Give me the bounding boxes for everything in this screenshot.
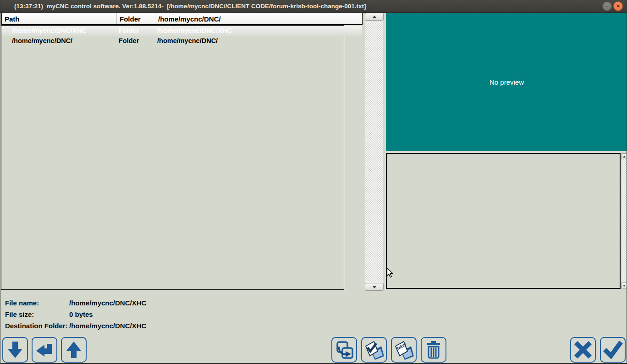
scrollbar-track[interactable] — [622, 159, 627, 283]
scroll-up-icon — [372, 16, 377, 18]
file-name-label: File name: — [5, 299, 69, 307]
file-size-value: 0 bytes — [69, 310, 93, 318]
cancel-button[interactable] — [570, 337, 596, 363]
destination-folder-label: Destination Folder: — [5, 322, 69, 330]
arrow-up-icon — [64, 340, 84, 360]
file-list: /home/mycnc/DNC/XHC Folder /home/mycnc/D… — [1, 26, 362, 46]
close-button[interactable]: ✕ — [613, 1, 623, 11]
file-info-block: File name: /home/mycnc/DNC/XHC File size… — [5, 297, 146, 331]
close-icon: ✕ — [616, 4, 620, 9]
cell-type: Folder — [116, 27, 154, 34]
column-header-current-dir[interactable]: /home/mycnc/DNC/ — [155, 13, 362, 24]
cancel-x-icon — [573, 340, 593, 360]
preview-text-area[interactable] — [386, 153, 621, 289]
window-controls: – ✕ — [602, 1, 623, 11]
scroll-up-icon — [623, 156, 626, 158]
cell-type: Folder — [116, 37, 154, 44]
mycnc-file-dialog-window: (13:37:21) myCNC control software. Ver:1… — [0, 0, 627, 364]
scroll-down-icon — [372, 286, 377, 288]
minimize-button[interactable]: – — [602, 1, 612, 11]
delete-button[interactable] — [421, 337, 446, 363]
open-checked-button[interactable] — [361, 337, 387, 363]
scroll-down-button[interactable] — [365, 283, 384, 291]
file-list-scrollbar[interactable] — [365, 13, 384, 291]
cell-full-path: /home/mycnc/DNC/XHC — [154, 27, 362, 34]
scroll-down-button[interactable] — [621, 283, 627, 288]
minimize-icon: – — [605, 4, 608, 9]
scroll-up-button[interactable] — [621, 153, 627, 159]
scroll-up-button[interactable] — [365, 13, 384, 21]
column-header-path[interactable]: Path — [2, 13, 116, 24]
scrollbar-track[interactable] — [365, 21, 383, 283]
toolbar-left-group — [2, 337, 87, 363]
window-title: (13:37:21) myCNC control software. Ver:1… — [14, 3, 366, 10]
return-button[interactable] — [32, 337, 57, 363]
cell-path: /home/mycnc/DNC/ — [1, 37, 116, 44]
trash-icon — [424, 340, 444, 360]
arrow-down-icon — [5, 340, 25, 360]
file-name-value: /home/mycnc/DNC/XHC — [69, 299, 146, 307]
return-arrow-icon — [34, 340, 55, 360]
new-file-button[interactable]: NEW — [391, 337, 417, 363]
file-info-row: Destination Folder: /home/mycnc/DNC/XHC — [5, 320, 146, 331]
scroll-down-icon — [623, 285, 626, 287]
title-bar[interactable]: (13:37:21) myCNC control software. Ver:1… — [0, 0, 627, 13]
folder-check-icon — [363, 339, 385, 360]
file-size-label: File size: — [5, 310, 69, 318]
file-info-row: File size: 0 bytes — [5, 309, 146, 320]
no-preview-label: No preview — [490, 78, 524, 86]
reload-button[interactable] — [331, 337, 357, 363]
file-list-frame — [1, 25, 344, 290]
confirm-check-icon — [603, 340, 623, 360]
folder-new-file-icon: NEW — [393, 339, 414, 360]
confirm-button[interactable] — [600, 337, 626, 363]
cell-path: /home/mycnc/DNC/XHC — [1, 27, 116, 34]
cell-full-path: /home/mycnc/DNC/ — [154, 37, 362, 44]
move-up-button[interactable] — [61, 337, 87, 363]
column-header-folder[interactable]: Folder — [116, 13, 155, 24]
reload-icon — [334, 340, 354, 360]
file-row[interactable]: /home/mycnc/DNC/ Folder /home/mycnc/DNC/ — [1, 36, 362, 46]
preview-text-scrollbar[interactable] — [621, 153, 627, 288]
move-down-button[interactable] — [2, 337, 28, 363]
destination-folder-value: /home/mycnc/DNC/XHC — [69, 322, 146, 330]
file-row-selected[interactable]: /home/mycnc/DNC/XHC Folder /home/mycnc/D… — [1, 26, 362, 36]
toolbar-right-group — [570, 337, 626, 363]
toolbar-middle-group: NEW — [331, 337, 446, 363]
file-table-header: Path Folder /home/mycnc/DNC/ — [1, 13, 363, 25]
file-info-row: File name: /home/mycnc/DNC/XHC — [5, 297, 146, 309]
preview-panel: No preview — [386, 13, 627, 151]
